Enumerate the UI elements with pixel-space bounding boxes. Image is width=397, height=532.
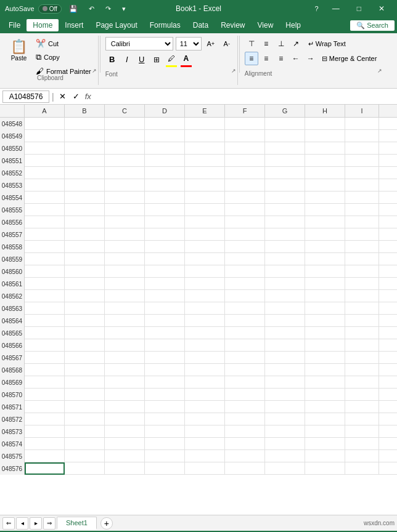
cell-C1048567[interactable] [105,352,145,364]
cell-E1048568[interactable] [185,364,225,376]
cell-G1048560[interactable] [265,265,305,278]
name-box[interactable] [2,91,49,103]
cell-C1048569[interactable] [105,376,145,389]
col-header-A[interactable]: A [25,105,65,117]
cell-B1048563[interactable] [65,302,105,315]
cell-C1048557[interactable] [105,228,145,241]
cell-C1048554[interactable] [105,191,145,204]
cell-G1048572[interactable] [265,413,305,425]
sheet-nav-next[interactable]: ▸ [30,517,42,530]
confirm-formula-button[interactable]: ✓ [70,91,83,103]
menu-view[interactable]: View [252,19,280,31]
cell-A1048569[interactable] [25,376,65,389]
cell-B1048549[interactable] [65,130,105,142]
cell-D1048552[interactable] [145,167,185,179]
cell-E1048569[interactable] [185,376,225,389]
cell-C1048551[interactable] [105,155,145,167]
cell-B1048551[interactable] [65,155,105,167]
cell-F1048565[interactable] [225,327,265,339]
cell-B1048555[interactable] [65,204,105,216]
font-color-button[interactable]: A [179,52,193,65]
col-header-D[interactable]: D [145,105,185,117]
row-header[interactable]: 048561 [0,278,25,290]
row-header[interactable]: 048571 [0,401,25,413]
row-header[interactable]: 048559 [0,253,25,265]
row-header[interactable]: 048563 [0,302,25,315]
cell-D1048563[interactable] [145,302,185,315]
col-header-G[interactable]: G [265,105,305,117]
cell-E1048564[interactable] [185,315,225,327]
cell-G1048574[interactable] [265,438,305,450]
cell-D1048554[interactable] [145,191,185,204]
cell-B1048574[interactable] [65,438,105,450]
decrease-font-button[interactable]: A- [220,37,234,50]
cell-D1048565[interactable] [145,327,185,339]
cell-F1048550[interactable] [225,142,265,155]
menu-file[interactable]: File [2,19,27,31]
cell-G1048556[interactable] [265,216,305,228]
cell-B1048565[interactable] [65,327,105,339]
cell-E1048562[interactable] [185,290,225,302]
cell-D1048564[interactable] [145,315,185,327]
cell-B1048548[interactable] [65,118,105,130]
row-header[interactable]: 048564 [0,315,25,327]
cell-F1048563[interactable] [225,302,265,315]
cell-I1048557[interactable] [345,228,379,241]
cell-C1048573[interactable] [105,425,145,438]
cell-B1048568[interactable] [65,364,105,376]
cell-E1048571[interactable] [185,401,225,413]
row-header[interactable]: 048554 [0,191,25,204]
cell-A1048559[interactable] [25,253,65,265]
cell-A1048561[interactable] [25,278,65,290]
row-header[interactable]: 048568 [0,364,25,376]
cell-H1048559[interactable] [305,253,345,265]
cell-G1048551[interactable] [265,155,305,167]
cell-D1048559[interactable] [145,253,185,265]
cell-B1048561[interactable] [65,278,105,290]
cell-H1048551[interactable] [305,155,345,167]
cell-F1048566[interactable] [225,339,265,352]
row-header[interactable]: 048573 [0,425,25,438]
cell-F1048557[interactable] [225,228,265,241]
wrap-text-button[interactable]: ↵ Wrap Text [304,37,350,50]
cell-I1048574[interactable] [345,438,379,450]
cell-I1048566[interactable] [345,339,379,352]
cell-H1048570[interactable] [305,389,345,401]
cell-E1048557[interactable] [185,228,225,241]
cell-H1048560[interactable] [305,265,345,278]
col-header-E[interactable]: E [185,105,225,117]
font-size-select[interactable]: 11 [176,37,202,50]
cell-E1048553[interactable] [185,179,225,191]
cell-D1048555[interactable] [145,204,185,216]
row-header[interactable]: 048562 [0,290,25,302]
cell-I1048570[interactable] [345,389,379,401]
cell-A1048575[interactable] [25,450,65,462]
cell-H1048575[interactable] [305,450,345,462]
cell-F1048552[interactable] [225,167,265,179]
cell-I1048559[interactable] [345,253,379,265]
cell-B1048550[interactable] [65,142,105,155]
search-box[interactable]: 🔍 Search [350,20,395,31]
cell-A1048571[interactable] [25,401,65,413]
cell-A1048550[interactable] [25,142,65,155]
row-header[interactable]: 048565 [0,327,25,339]
cell-H1048572[interactable] [305,413,345,425]
cell-E1048556[interactable] [185,216,225,228]
cell-B1048576[interactable] [65,462,105,475]
quick-access-more[interactable]: ▾ [118,4,129,14]
cell-F1048569[interactable] [225,376,265,389]
cell-B1048556[interactable] [65,216,105,228]
cell-E1048555[interactable] [185,204,225,216]
cell-F1048575[interactable] [225,450,265,462]
cell-C1048572[interactable] [105,413,145,425]
undo-button[interactable]: ↶ [85,4,98,14]
cell-H1048563[interactable] [305,302,345,315]
row-header[interactable]: 048549 [0,130,25,142]
right-align-button[interactable]: ≡ [274,52,288,65]
cell-F1048564[interactable] [225,315,265,327]
redo-button[interactable]: ↷ [102,4,115,14]
cell-A1048564[interactable] [25,315,65,327]
italic-button[interactable]: I [120,53,134,66]
middle-align-button[interactable]: ≡ [260,37,273,50]
cell-A1048558[interactable] [25,241,65,253]
